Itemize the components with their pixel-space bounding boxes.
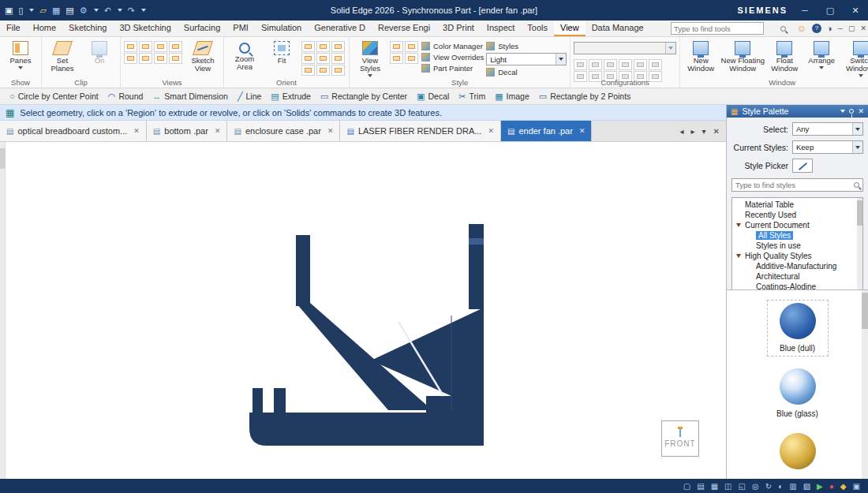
pan-icon[interactable]: [331, 41, 345, 52]
next-view-icon[interactable]: [331, 65, 345, 76]
color-manager-button[interactable]: Color Manager: [421, 42, 484, 50]
tab-inspect[interactable]: Inspect: [481, 21, 521, 36]
tree-item-styles-in-use[interactable]: Styles in use: [732, 241, 862, 251]
expander-icon[interactable]: [736, 254, 741, 258]
view-option-icon-2[interactable]: [139, 41, 152, 52]
tree-item-recently-used[interactable]: Recently Used: [732, 210, 862, 220]
pin-icon[interactable]: [849, 109, 854, 114]
decal-button[interactable]: Decal: [486, 68, 567, 77]
model-canvas[interactable]: FRONT: [0, 142, 726, 479]
view-option-icon-4[interactable]: [169, 41, 182, 52]
cmd-image[interactable]: ▦Image: [490, 92, 534, 102]
cmd-round[interactable]: ◠Round: [103, 92, 148, 102]
view-orientation-indicator[interactable]: FRONT: [661, 420, 699, 457]
tree-scrollbar-thumb[interactable]: [857, 200, 862, 226]
switch-windows-button[interactable]: Switch Windows: [841, 39, 868, 77]
set-planes-button[interactable]: Set Planes: [45, 39, 80, 73]
config-icon-2[interactable]: [589, 59, 602, 70]
config-icon-3[interactable]: [604, 59, 617, 70]
doc-tab-ender-fan[interactable]: ▤ ender fan .par ✕: [501, 121, 593, 141]
redo-icon[interactable]: ↷: [128, 0, 135, 21]
previous-view-icon[interactable]: [316, 65, 330, 76]
tree-item-material-table[interactable]: Material Table: [732, 200, 862, 210]
tab-home[interactable]: Home: [27, 21, 62, 36]
close-document-icon[interactable]: ✕: [713, 127, 720, 136]
status-record-icon[interactable]: ●: [829, 482, 834, 491]
status-play-icon[interactable]: ▶: [817, 482, 823, 491]
restore-button[interactable]: ▢: [822, 0, 838, 21]
new-window-button[interactable]: New Window: [683, 39, 718, 73]
tab-file[interactable]: File: [0, 21, 27, 36]
new-document-icon[interactable]: ▯: [18, 0, 23, 21]
select-dropdown-caret-icon[interactable]: [852, 123, 862, 135]
view-option-icon-5[interactable]: [124, 53, 137, 64]
doc-restore-icon[interactable]: ▢: [848, 24, 855, 32]
tab-3d-print[interactable]: 3D Print: [436, 21, 481, 36]
panes-button[interactable]: Panes: [3, 39, 38, 69]
config-icon-6[interactable]: [649, 59, 662, 70]
status-zoom-icon[interactable]: ◎: [752, 482, 759, 491]
doc-tab-bottom[interactable]: ▤ bottom .par ✕: [147, 121, 228, 141]
view-option-icon-7[interactable]: [154, 53, 167, 64]
help-icon[interactable]: ?: [812, 24, 821, 33]
zoom-out-icon[interactable]: [316, 41, 330, 52]
cmd-rectangle-by-2-points[interactable]: ▭Rectangle by 2 Points: [534, 92, 636, 102]
shadows-icon[interactable]: [405, 53, 418, 64]
save-icon[interactable]: ▦: [52, 0, 60, 21]
style-picker-button[interactable]: [792, 159, 813, 173]
tab-list-caret-icon[interactable]: ▾: [702, 127, 706, 136]
status-sheet-icon[interactable]: ▤: [697, 482, 704, 491]
view-option-icon-1[interactable]: [124, 41, 137, 52]
status-layers-icon[interactable]: ▥: [789, 482, 796, 491]
view-styles-button[interactable]: View Styles: [353, 39, 387, 77]
home-view-icon[interactable]: [301, 65, 315, 76]
redo-caret-icon[interactable]: [141, 9, 146, 12]
tab-simulation[interactable]: Simulation: [255, 21, 308, 36]
visible-edges-icon[interactable]: [390, 53, 403, 64]
find-styles-search[interactable]: [731, 178, 863, 192]
status-badge-icon[interactable]: ◆: [840, 482, 847, 491]
panel-close-icon[interactable]: ✕: [858, 107, 864, 115]
styles-button[interactable]: Styles: [486, 42, 567, 50]
float-window-button[interactable]: Float Window: [767, 39, 802, 73]
doc-tab-enclosure-case[interactable]: ▤ enclosure case .par ✕: [227, 121, 340, 141]
arrange-button[interactable]: Arrange: [804, 39, 839, 69]
rotate-icon[interactable]: [301, 53, 315, 64]
shaded-view-icon[interactable]: [390, 41, 403, 52]
find-tools-search[interactable]: [671, 22, 764, 35]
scroll-tabs-right-icon[interactable]: ▸: [691, 127, 695, 136]
zoom-area-button[interactable]: Zoom Area: [227, 39, 262, 71]
view-option-icon-6[interactable]: [139, 53, 152, 64]
swatch-blue-glass[interactable]: Blue (glass): [767, 366, 829, 421]
cmd-smart-dimension[interactable]: ↔Smart Dimension: [148, 92, 233, 101]
undo-caret-icon[interactable]: [118, 9, 122, 12]
cmd-decal[interactable]: ▣Decal: [412, 92, 454, 102]
current-styles-caret-icon[interactable]: [852, 141, 862, 153]
configurations-caret-icon[interactable]: [665, 43, 675, 54]
part-model[interactable]: [237, 221, 489, 450]
expander-icon[interactable]: [736, 223, 741, 227]
style-palette-header[interactable]: ▦ Style Palette ✕: [727, 105, 868, 118]
find-tools-input[interactable]: [672, 24, 780, 33]
tab-reverse-engineering[interactable]: Reverse Engi: [372, 21, 436, 36]
new-caret-icon[interactable]: [29, 9, 34, 12]
view-option-icon-8[interactable]: [169, 53, 182, 64]
swatch-blue-dull[interactable]: Blue (dull): [767, 300, 829, 357]
swatch-scrollbar-thumb[interactable]: [862, 293, 868, 329]
tab-close-icon[interactable]: ✕: [579, 127, 586, 135]
status-hatch-icon[interactable]: ▧: [803, 482, 810, 491]
status-shaded-icon[interactable]: ◐: [778, 482, 783, 491]
panel-grab-tab[interactable]: [0, 148, 6, 169]
collapsed-panel-strip[interactable]: [0, 142, 6, 479]
spin-icon[interactable]: [331, 53, 345, 64]
tree-item-all-styles[interactable]: All Styles: [732, 230, 862, 241]
config-icon-5[interactable]: [634, 59, 647, 70]
find-styles-input[interactable]: [732, 181, 854, 189]
tab-tools[interactable]: Tools: [521, 21, 554, 36]
settings-caret-icon[interactable]: [94, 9, 99, 12]
tree-item-current-document[interactable]: Current Document: [732, 220, 862, 230]
tab-close-icon[interactable]: ✕: [488, 127, 494, 135]
scroll-tabs-left-icon[interactable]: ◂: [680, 127, 684, 136]
config-icon-1[interactable]: [574, 59, 587, 70]
light-dropdown[interactable]: Light: [486, 53, 567, 65]
